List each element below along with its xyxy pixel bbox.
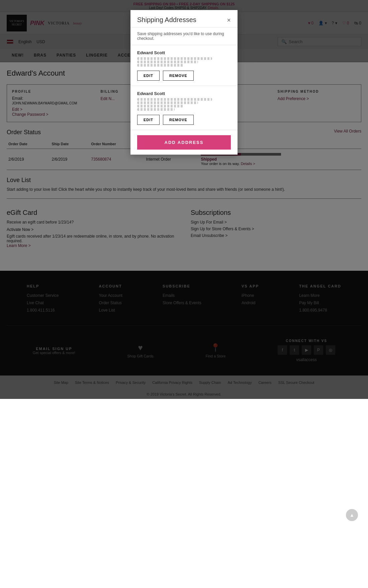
address-buttons-1: EDIT REMOVE (137, 71, 231, 81)
modal-close-button[interactable]: × (227, 17, 231, 23)
address-line-2-1 (137, 98, 212, 101)
address-line-2-4 (137, 108, 175, 111)
modal-footer: ADD ADDRESS (130, 130, 238, 155)
remove-address-1-button[interactable]: REMOVE (163, 71, 194, 81)
address-name-2: Edward Scott (137, 91, 231, 96)
address-entry-1: Edward Scott EDIT REMOVE (130, 45, 238, 86)
modal-container: Shipping Addresses × Save shipping addre… (130, 10, 238, 155)
remove-address-2-button[interactable]: REMOVE (163, 115, 194, 125)
address-name-1: Edward Scott (137, 50, 231, 55)
modal-title: Shipping Addresses (137, 16, 196, 24)
address-line-1-1 (137, 57, 212, 60)
address-buttons-2: EDIT REMOVE (137, 115, 231, 125)
address-line-1-3 (137, 64, 184, 67)
address-line-2-3 (137, 105, 184, 107)
modal-header: Shipping Addresses × (130, 10, 238, 27)
address-line-2-2 (137, 101, 198, 104)
modal-subtitle: Save shipping addresses you'd like to us… (130, 27, 238, 45)
address-entry-2: Edward Scott EDIT REMOVE (130, 86, 238, 130)
address-line-1-2 (137, 61, 198, 63)
add-address-button[interactable]: ADD ADDRESS (137, 135, 231, 150)
edit-address-1-button[interactable]: EDIT (137, 71, 160, 81)
edit-address-2-button[interactable]: EDIT (137, 115, 160, 125)
shipping-addresses-modal: Shipping Addresses × Save shipping addre… (130, 10, 238, 155)
